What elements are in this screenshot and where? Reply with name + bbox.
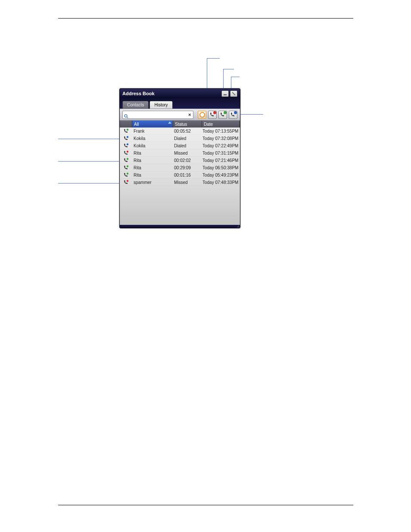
row-call-type-icon: [120, 136, 132, 141]
row-date: Today 06:50:38PM: [201, 165, 240, 170]
header-icon-col[interactable]: [120, 121, 132, 128]
toolbar: ×: [120, 109, 240, 121]
tab-history[interactable]: History: [149, 101, 172, 109]
history-row[interactable]: Kokila Dialed Today 07:22:49PM: [120, 142, 240, 149]
rows-container: Frank 00:05:52 Today 07:13:55PM Kokila D…: [120, 128, 240, 186]
row-date: Today 05:49:23PM: [201, 173, 240, 177]
tab-row: Contacts History: [120, 98, 240, 109]
row-name: Kokila: [132, 136, 172, 141]
callout-line: [58, 139, 122, 139]
row-call-type-icon: [120, 165, 132, 170]
callout-line: [231, 77, 240, 77]
row-date: Today 07:22:49PM: [201, 143, 240, 148]
row-call-type-icon: [120, 172, 132, 177]
svg-line-2: [127, 117, 128, 118]
row-status: 00:05:52: [172, 129, 201, 134]
circle-icon: [199, 112, 205, 118]
header-name-col[interactable]: All: [132, 121, 173, 128]
list-header: All Status Date: [120, 121, 240, 128]
svg-rect-0: [224, 94, 227, 95]
filter-dialed-button[interactable]: [229, 111, 237, 119]
row-status: Missed: [172, 151, 201, 156]
history-list: All Status Date Frank 00:05:52 Today 07:…: [120, 121, 240, 225]
phone-dialed-icon: [230, 112, 236, 117]
address-book-window: Address Book Contacts History ×: [119, 88, 240, 228]
header-status-col[interactable]: Status: [173, 121, 202, 128]
filter-all-button[interactable]: [198, 111, 206, 119]
history-row[interactable]: Rita Missed Today 07:31:15PM: [120, 149, 240, 157]
history-row[interactable]: Rita 00:01:16 Today 05:49:23PM: [120, 171, 240, 179]
page-bottom-rule: [58, 505, 353, 505]
search-input[interactable]: [130, 112, 186, 118]
tab-history-label: History: [154, 103, 168, 107]
svg-point-10: [126, 180, 128, 182]
row-name: Rita: [132, 151, 172, 156]
row-date: Today 07:32:08PM: [201, 136, 240, 141]
sort-ascending-icon: [168, 121, 171, 124]
clear-search-button[interactable]: ×: [187, 112, 192, 117]
footer-bar: [120, 225, 240, 228]
filter-missed-button[interactable]: [208, 111, 217, 119]
history-row[interactable]: Rita 00:29:09 Today 06:50:38PM: [120, 164, 240, 171]
titlebar: Address Book: [120, 89, 240, 98]
row-name: Rita: [132, 158, 172, 163]
page-top-rule: [58, 18, 353, 19]
row-call-type-icon: [120, 143, 132, 148]
row-date: Today 07:48:33PM: [201, 180, 240, 185]
row-status: 00:01:16: [172, 173, 201, 177]
row-name: Frank: [132, 129, 172, 134]
row-status: Dialed: [172, 136, 201, 141]
row-name: spammer: [132, 180, 172, 185]
header-name-label: All: [134, 122, 139, 127]
resize-grip[interactable]: [236, 224, 240, 228]
row-call-type-icon: [120, 128, 132, 134]
header-date-label: Date: [204, 122, 213, 127]
row-name: Rita: [132, 165, 172, 170]
history-row[interactable]: Kokila Dialed Today 07:32:08PM: [120, 135, 240, 142]
window-title: Address Book: [122, 91, 220, 96]
phone-received-icon: [220, 112, 226, 117]
header-status-label: Status: [175, 122, 187, 127]
search-icon: [124, 112, 128, 117]
filter-received-button[interactable]: [218, 111, 227, 119]
row-call-type-icon: [120, 180, 132, 185]
row-name: Kokila: [132, 143, 172, 148]
restore-button[interactable]: [230, 90, 237, 97]
svg-point-8: [126, 165, 128, 167]
svg-point-1: [125, 115, 127, 117]
history-row[interactable]: Frank 00:05:52 Today 07:13:55PM: [120, 128, 240, 135]
history-row[interactable]: Rita 00:02:02 Today 07:21:46PM: [120, 157, 240, 164]
callout-line: [58, 183, 122, 184]
callout-line: [207, 58, 220, 59]
svg-point-9: [126, 173, 128, 174]
callout-line: [240, 114, 263, 115]
callout-line: [58, 161, 122, 162]
svg-point-4: [126, 136, 128, 138]
row-date: Today 07:21:46PM: [201, 158, 240, 163]
search-field-wrap: ×: [122, 111, 193, 119]
svg-point-3: [126, 129, 128, 131]
tab-contacts-label: Contacts: [127, 103, 144, 107]
minimize-button[interactable]: [221, 90, 229, 97]
svg-point-6: [126, 151, 128, 152]
svg-point-7: [126, 158, 128, 160]
row-date: Today 07:31:15PM: [201, 151, 240, 156]
history-row[interactable]: spammer Missed Today 07:48:33PM: [120, 179, 240, 186]
row-name: Rita: [132, 173, 172, 177]
header-date-col[interactable]: Date: [202, 121, 240, 128]
tab-contacts[interactable]: Contacts: [122, 101, 149, 109]
row-call-type-icon: [120, 150, 132, 156]
row-call-type-icon: [120, 158, 132, 163]
row-status: Dialed: [172, 143, 201, 148]
svg-point-5: [126, 143, 128, 145]
callout-line: [223, 69, 234, 69]
row-date: Today 07:13:55PM: [201, 129, 240, 134]
row-status: 00:02:02: [172, 158, 201, 163]
row-status: Missed: [172, 180, 201, 185]
phone-missed-icon: [209, 112, 215, 117]
row-status: 00:29:09: [172, 165, 201, 170]
